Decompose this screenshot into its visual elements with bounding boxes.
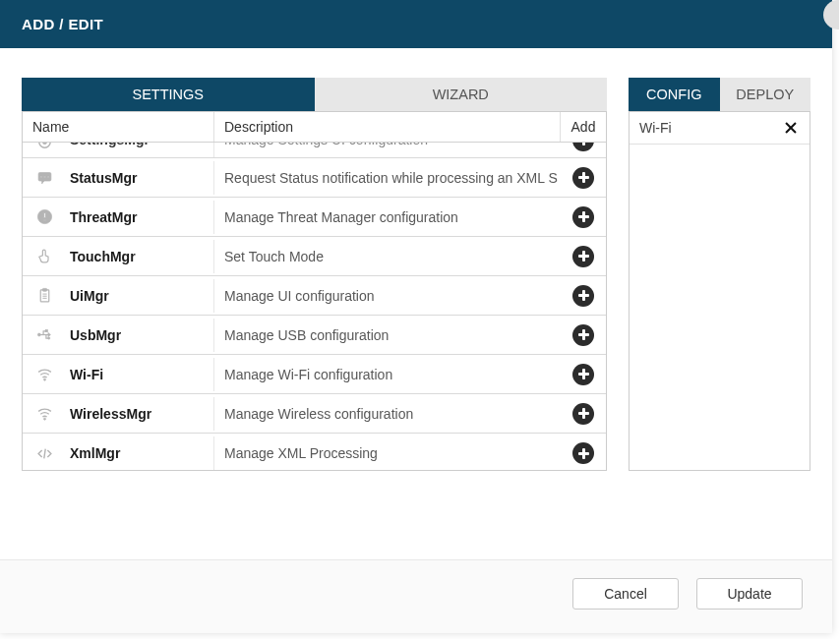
row-name: Wi-Fi bbox=[66, 358, 214, 391]
row-name: SettingsMgr bbox=[66, 143, 214, 158]
settings-table[interactable]: Name Description Add SettingsMgr Manage … bbox=[22, 111, 607, 471]
tab-config[interactable]: CONFIG bbox=[629, 78, 720, 111]
wifi-icon bbox=[23, 405, 66, 423]
add-icon[interactable] bbox=[572, 285, 594, 307]
row-description: Manage Threat Manager configuration bbox=[214, 201, 561, 234]
remove-icon[interactable] bbox=[782, 119, 800, 137]
row-name: UsbMgr bbox=[66, 319, 214, 352]
row-add[interactable] bbox=[561, 167, 606, 189]
table-row: UsbMgr Manage USB configuration bbox=[23, 316, 606, 355]
usb-icon bbox=[23, 326, 66, 344]
alert-icon bbox=[23, 208, 66, 226]
config-list: Wi-Fi bbox=[629, 111, 810, 471]
add-icon[interactable] bbox=[572, 324, 594, 346]
row-name: UiMgr bbox=[66, 279, 214, 313]
svg-point-1 bbox=[42, 143, 46, 145]
table-row: WirelessMgr Manage Wireless configuratio… bbox=[23, 394, 606, 434]
modal-title: ADD / EDIT bbox=[0, 0, 832, 48]
table-row: UiMgr Manage UI configuration bbox=[23, 276, 606, 316]
row-description: Request Status notification while proces… bbox=[214, 161, 561, 195]
settings-panel: SETTINGS WIZARD Name Description Add Set… bbox=[22, 78, 607, 471]
config-item-label: Wi-Fi bbox=[639, 120, 672, 136]
cancel-button[interactable]: Cancel bbox=[572, 578, 679, 610]
touch-icon bbox=[23, 248, 66, 265]
config-panel: CONFIG DEPLOY Wi-Fi bbox=[629, 78, 810, 471]
config-item[interactable]: Wi-Fi bbox=[630, 112, 810, 145]
gear-icon bbox=[23, 143, 66, 158]
tab-deploy[interactable]: DEPLOY bbox=[720, 78, 811, 111]
row-name: XmlMgr bbox=[66, 436, 214, 470]
add-icon[interactable] bbox=[572, 143, 594, 151]
wifi-icon bbox=[23, 366, 66, 383]
chat-icon bbox=[23, 169, 66, 187]
add-icon[interactable] bbox=[572, 206, 594, 228]
row-add[interactable] bbox=[561, 143, 606, 158]
table-row: TouchMgr Set Touch Mode bbox=[23, 237, 606, 276]
right-tabs: CONFIG DEPLOY bbox=[629, 78, 810, 111]
add-icon[interactable] bbox=[572, 442, 594, 464]
row-description: Set Touch Mode bbox=[214, 240, 561, 273]
row-description: Manage UI configuration bbox=[214, 279, 561, 313]
code-icon bbox=[23, 444, 66, 462]
col-add: Add bbox=[561, 112, 606, 142]
row-add[interactable] bbox=[561, 246, 606, 267]
row-name: TouchMgr bbox=[66, 240, 214, 273]
row-add[interactable] bbox=[561, 206, 606, 228]
table-header-row: Name Description Add bbox=[23, 112, 606, 143]
table-row: SettingsMgr Manage Settings UI configura… bbox=[23, 143, 606, 158]
row-add[interactable] bbox=[561, 364, 606, 385]
row-description: Manage USB configuration bbox=[214, 319, 561, 352]
table-row: StatusMgr Request Status notification wh… bbox=[23, 158, 606, 198]
row-add[interactable] bbox=[561, 324, 606, 346]
table-row: Wi-Fi Manage Wi-Fi configuration bbox=[23, 355, 606, 394]
row-name: StatusMgr bbox=[66, 161, 214, 195]
add-icon[interactable] bbox=[572, 364, 594, 385]
add-icon[interactable] bbox=[572, 403, 594, 425]
row-name: WirelessMgr bbox=[66, 397, 214, 431]
table-row: ThreatMgr Manage Threat Manager configur… bbox=[23, 198, 606, 237]
tab-wizard[interactable]: WIZARD bbox=[315, 78, 608, 111]
modal-footer: Cancel Update bbox=[0, 559, 832, 633]
row-description: Manage Settings UI configuration bbox=[214, 143, 561, 158]
row-description: Manage XML Processing bbox=[214, 436, 561, 470]
tab-settings[interactable]: SETTINGS bbox=[22, 78, 315, 111]
update-button[interactable]: Update bbox=[696, 578, 803, 610]
row-add[interactable] bbox=[561, 442, 606, 464]
row-description: Manage Wireless configuration bbox=[214, 397, 561, 431]
col-name: Name bbox=[23, 112, 214, 142]
clipboard-icon bbox=[23, 287, 66, 305]
row-description: Manage Wi-Fi configuration bbox=[214, 358, 561, 391]
table-row: XmlMgr Manage XML Processing bbox=[23, 434, 606, 471]
row-add[interactable] bbox=[561, 285, 606, 307]
col-description: Description bbox=[214, 112, 561, 142]
row-name: ThreatMgr bbox=[66, 201, 214, 234]
add-icon[interactable] bbox=[572, 167, 594, 189]
row-add[interactable] bbox=[561, 403, 606, 425]
left-tabs: SETTINGS WIZARD bbox=[22, 78, 607, 111]
add-icon[interactable] bbox=[572, 246, 594, 267]
